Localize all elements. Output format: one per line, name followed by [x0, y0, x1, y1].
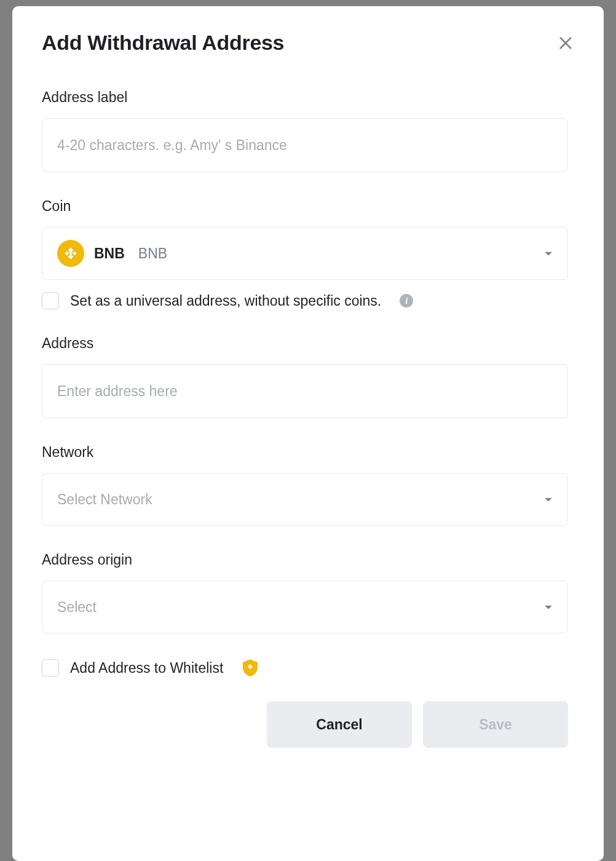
chevron-down-icon — [544, 249, 553, 258]
bnb-coin-icon — [57, 240, 84, 267]
address-label-field: Address label — [42, 89, 568, 172]
save-button[interactable]: Save — [423, 701, 568, 748]
address-input[interactable] — [42, 364, 568, 418]
address-field: Address — [42, 335, 568, 418]
address-origin-select[interactable]: Select — [42, 581, 568, 633]
modal-footer: Cancel Save — [42, 701, 568, 748]
address-origin-caption: Address origin — [42, 552, 568, 568]
whitelist-row: Add Address to Whitelist — [42, 659, 568, 676]
modal-header: Add Withdrawal Address — [42, 31, 574, 55]
address-origin-field: Address origin Select — [42, 552, 568, 633]
coin-field: Coin BNB BNB — [42, 198, 568, 309]
address-label-caption: Address label — [42, 89, 568, 106]
close-button[interactable] — [557, 34, 574, 52]
chevron-down-icon — [544, 603, 553, 611]
whitelist-checkbox[interactable] — [42, 659, 59, 676]
universal-address-checkbox[interactable] — [42, 292, 59, 309]
info-icon[interactable]: i — [400, 294, 413, 308]
coin-select[interactable]: BNB BNB — [42, 227, 568, 280]
shield-icon — [243, 659, 258, 676]
universal-address-label: Set as a universal address, without spec… — [70, 293, 381, 309]
whitelist-label: Add Address to Whitelist — [70, 660, 223, 676]
coin-name: BNB — [138, 245, 167, 262]
address-label-input[interactable] — [42, 118, 568, 172]
network-placeholder: Select Network — [57, 491, 152, 508]
coin-symbol: BNB — [94, 245, 125, 262]
address-caption: Address — [42, 335, 568, 352]
close-icon — [557, 34, 574, 52]
coin-selected-value: BNB BNB — [57, 240, 167, 267]
add-withdrawal-address-modal: Add Withdrawal Address Address label Coi… — [12, 6, 604, 861]
network-select[interactable]: Select Network — [42, 473, 568, 526]
universal-address-row: Set as a universal address, without spec… — [42, 292, 568, 309]
cancel-button[interactable]: Cancel — [267, 701, 412, 748]
coin-caption: Coin — [42, 198, 568, 215]
chevron-down-icon — [544, 495, 553, 504]
network-caption: Network — [42, 444, 568, 461]
modal-title: Add Withdrawal Address — [42, 31, 284, 55]
modal-body[interactable]: Address label Coin — [42, 89, 574, 833]
address-origin-placeholder: Select — [57, 599, 97, 616]
network-field: Network Select Network — [42, 444, 568, 526]
